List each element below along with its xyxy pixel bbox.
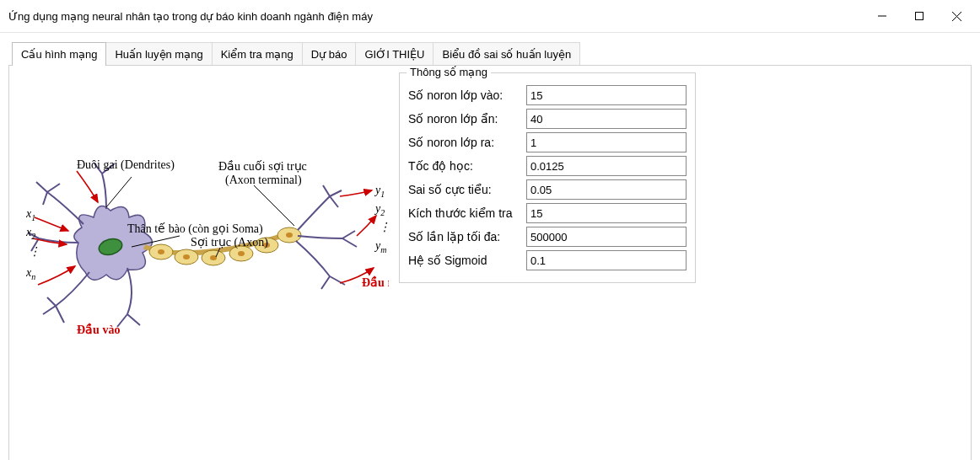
- svg-rect-1: [916, 13, 923, 20]
- label-output-neurons: Số noron lớp ra:: [408, 136, 526, 149]
- axon-terminals: [296, 185, 357, 289]
- svg-point-10: [158, 249, 164, 254]
- svg-text:xn: xn: [26, 266, 35, 281]
- label-test-size: Kích thước kiểm tra: [408, 206, 526, 220]
- row-output-neurons: Số noron lớp ra:: [408, 132, 687, 152]
- label-axon-terminal-2: (Axon terminal): [225, 174, 302, 187]
- tab-panel-cau-hinh-mang: Thông số mạng Số noron lớp vào: Số noron…: [8, 65, 972, 460]
- label-min-error: Sai số cực tiểu:: [408, 183, 526, 196]
- svg-text:⋮: ⋮: [379, 221, 389, 233]
- label-axon-terminal-1: Đầu cuối sợi trục: [218, 160, 307, 173]
- input-max-iter[interactable]: [526, 227, 687, 247]
- tab-label: GIỚI THIỆU: [364, 48, 424, 61]
- svg-text:y1: y1: [374, 184, 385, 199]
- tab-huan-luyen-mang[interactable]: Huấn luyện mạng: [105, 42, 212, 66]
- tab-kiem-tra-mang[interactable]: Kiểm tra mạng: [212, 42, 303, 66]
- svg-point-12: [210, 255, 217, 260]
- tab-label: Dự báo: [311, 48, 347, 61]
- maximize-button[interactable]: [901, 5, 938, 27]
- svg-point-15: [286, 233, 293, 238]
- svg-text:⋮: ⋮: [29, 245, 40, 258]
- svg-point-11: [183, 254, 190, 259]
- titlebar: Ứng dụng mạng neural nhân tạo trong dự b…: [0, 0, 980, 33]
- label-learning-rate: Tốc độ học:: [408, 159, 526, 173]
- input-learning-rate[interactable]: [526, 156, 687, 176]
- input-hidden-neurons[interactable]: [526, 109, 687, 129]
- maximize-icon: [915, 12, 923, 20]
- tab-bieu-do-sai-so[interactable]: Biểu đồ sai số huấn luyện: [433, 42, 580, 66]
- input-test-size[interactable]: [526, 203, 687, 223]
- row-min-error: Sai số cực tiểu:: [408, 179, 687, 200]
- close-icon: [952, 12, 961, 21]
- row-input-neurons: Số noron lớp vào:: [408, 85, 687, 105]
- label-sigmoid-coef: Hệ số Sigmoid: [408, 254, 526, 267]
- window-title: Ứng dụng mạng neural nhân tạo trong dự b…: [8, 10, 373, 23]
- minimize-button[interactable]: [864, 5, 901, 27]
- svg-text:ym: ym: [374, 239, 386, 254]
- tab-label: Huấn luyện mạng: [115, 48, 202, 61]
- input-output-neurons[interactable]: [526, 132, 687, 152]
- network-params-group: Thông số mạng Số noron lớp vào: Số noron…: [399, 72, 696, 283]
- svg-point-13: [238, 251, 245, 256]
- input-input-neurons[interactable]: [526, 85, 687, 105]
- close-button[interactable]: [938, 5, 975, 27]
- label-dendrites: Đuôi gai (Dendrites): [77, 158, 175, 172]
- tab-gioi-thieu[interactable]: GIỚI THIỆU: [355, 42, 433, 66]
- client-area: Cấu hình mạng Huấn luyện mạng Kiểm tra m…: [0, 33, 980, 460]
- group-legend: Thông số mạng: [407, 66, 491, 78]
- label-max-iter: Số lần lặp tối đa:: [408, 230, 526, 243]
- svg-line-16: [106, 177, 132, 207]
- y-symbols: y1 y2 ⋮ ym: [374, 184, 389, 254]
- minimize-icon: [878, 12, 886, 20]
- svg-text:x1: x1: [26, 207, 35, 222]
- label-output: Đầu ra: [362, 275, 389, 289]
- row-test-size: Kích thước kiểm tra: [408, 203, 687, 223]
- input-min-error[interactable]: [526, 179, 687, 200]
- neuron-svg: Đuôi gai (Dendrites) Đầu cuối sợi trục (…: [26, 158, 389, 344]
- label-hidden-neurons: Số noron lớp ẩn:: [408, 112, 526, 126]
- label-input-neurons: Số noron lớp vào:: [408, 88, 526, 102]
- svg-text:y2: y2: [374, 202, 385, 217]
- row-learning-rate: Tốc độ học:: [408, 156, 687, 176]
- tab-strip: Cấu hình mạng Huấn luyện mạng Kiểm tra m…: [12, 41, 972, 65]
- neuron-diagram: Đuôi gai (Dendrites) Đầu cuối sợi trục (…: [26, 158, 389, 344]
- label-input: Đầu vào: [77, 323, 120, 336]
- label-soma: Thân tế bào (còn gọi Soma): [127, 222, 263, 236]
- tab-label: Kiểm tra mạng: [221, 48, 293, 61]
- tab-label: Cấu hình mạng: [21, 48, 97, 61]
- row-max-iter: Số lần lặp tối đa:: [408, 227, 687, 247]
- tab-cau-hinh-mang[interactable]: Cấu hình mạng: [12, 42, 106, 66]
- app-window: Ứng dụng mạng neural nhân tạo trong dự b…: [0, 0, 980, 460]
- tab-label: Biểu đồ sai số huấn luyện: [442, 48, 571, 61]
- label-axon: Sợi trục (Axon): [191, 236, 268, 249]
- svg-line-17: [254, 185, 294, 226]
- row-sigmoid-coef: Hệ số Sigmoid: [408, 250, 687, 270]
- tab-du-bao[interactable]: Dự báo: [302, 42, 357, 66]
- input-sigmoid-coef[interactable]: [526, 250, 687, 270]
- row-hidden-neurons: Số noron lớp ẩn:: [408, 109, 687, 129]
- window-controls: [864, 5, 975, 27]
- svg-text:x2: x2: [26, 226, 35, 241]
